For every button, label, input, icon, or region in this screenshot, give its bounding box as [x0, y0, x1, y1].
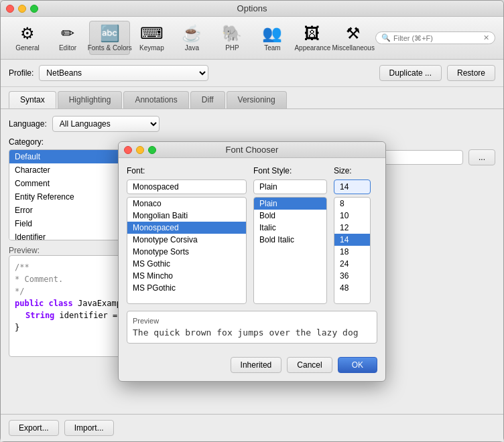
cancel-button[interactable]: Cancel [287, 357, 332, 373]
size-list: 8 10 12 14 18 24 36 48 [334, 197, 371, 304]
tab-highlighting[interactable]: Highlighting [58, 91, 123, 108]
import-button[interactable]: Import... [64, 420, 114, 436]
font-ms-mincho[interactable]: MS Mincho [127, 270, 246, 282]
profile-select[interactable]: NetBeans [39, 65, 208, 81]
team-icon: 👥 [262, 24, 282, 43]
style-column: Font Style: Plain Bold Italic Bold Itali… [253, 166, 327, 304]
font-column: Font: Monaco Mongolian Baiti Monospaced … [127, 166, 247, 304]
modal-preview-title: Preview [133, 317, 371, 325]
style-italic[interactable]: Italic [254, 222, 326, 234]
toolbar-php[interactable]: 🐘 PHP [213, 21, 251, 54]
export-button[interactable]: Export... [9, 420, 59, 436]
toolbar-search[interactable]: 🔍 ✕ [375, 31, 495, 44]
modal-overlay: Font Chooser Font: Monaco Mongolian Bait… [1, 109, 503, 414]
tab-syntax[interactable]: Syntax [9, 91, 56, 108]
font-mongolian-baiti[interactable]: Mongolian Baiti [127, 210, 246, 222]
duplicate-button[interactable]: Duplicate ... [379, 65, 442, 81]
font-monotype-sorts[interactable]: Monotype Sorts [127, 246, 246, 258]
font-monotype-corsiva[interactable]: Monotype Corsiva [127, 234, 246, 246]
size-12[interactable]: 12 [334, 222, 370, 234]
toolbar-keymap[interactable]: ⌨ Keymap [133, 21, 170, 54]
font-monospaced[interactable]: Monospaced [127, 222, 246, 234]
toolbar-miscellaneous[interactable]: ⚒ Miscellaneous [334, 21, 373, 54]
modal-close-button[interactable] [124, 146, 132, 154]
style-plain[interactable]: Plain [254, 198, 326, 210]
style-bold-italic[interactable]: Bold Italic [254, 234, 326, 246]
editor-icon: ✏ [61, 24, 74, 43]
modal-preview-section: Preview The quick brown fox jumps over t… [127, 311, 377, 344]
fonts-colors-icon: 🔤 [100, 24, 120, 43]
size-col-label: Size: [334, 166, 377, 175]
modal-min-button[interactable] [136, 146, 144, 154]
modal-preview-text: The quick brown fox jumps over the lazy … [133, 327, 371, 338]
tabs-row: Syntax Highlighting Annotations Diff Ver… [1, 87, 503, 108]
clear-search-icon[interactable]: ✕ [483, 33, 489, 42]
restore-button[interactable]: Restore [447, 65, 495, 81]
size-18[interactable]: 18 [334, 246, 370, 258]
style-list: Plain Bold Italic Bold Italic [253, 197, 327, 304]
window-controls [6, 5, 38, 13]
style-col-label: Font Style: [253, 166, 327, 175]
general-icon: ⚙ [20, 24, 35, 43]
inherited-button[interactable]: Inherited [231, 357, 282, 373]
font-ms-gothic[interactable]: MS Gothic [127, 258, 246, 270]
php-icon: 🐘 [222, 24, 242, 43]
tab-versioning[interactable]: Versioning [227, 91, 287, 108]
size-10[interactable]: 10 [334, 210, 370, 222]
bottom-bar: Export... Import... [1, 414, 503, 441]
toolbar-team[interactable]: 👥 Team [253, 21, 291, 54]
appearance-icon: 🖼 [304, 24, 320, 43]
font-col-label: Font: [127, 166, 247, 175]
window-title: Options [237, 3, 267, 13]
font-monaco[interactable]: Monaco [127, 198, 246, 210]
modal-window-controls [124, 146, 156, 154]
font-ms-pgothic[interactable]: MS PGothic [127, 282, 246, 294]
close-button[interactable] [6, 5, 14, 13]
modal-buttons: Inherited Cancel OK [119, 352, 385, 381]
size-14[interactable]: 14 [334, 234, 370, 246]
filter-input[interactable] [393, 34, 481, 42]
tab-annotations[interactable]: Annotations [123, 91, 188, 108]
size-24[interactable]: 24 [334, 258, 370, 270]
size-input[interactable] [334, 179, 371, 194]
ok-button[interactable]: OK [338, 357, 377, 373]
size-8[interactable]: 8 [334, 198, 370, 210]
toolbar-java[interactable]: ☕ Java [173, 21, 210, 54]
toolbar-appearance[interactable]: 🖼 Appearance [294, 21, 331, 54]
profile-label: Profile: [9, 68, 34, 78]
font-name-input[interactable] [127, 179, 247, 194]
main-content: Language: All Languages Category: Defaul… [1, 108, 503, 414]
size-48[interactable]: 48 [334, 282, 370, 294]
size-36[interactable]: 36 [334, 270, 370, 282]
maximize-button[interactable] [30, 5, 38, 13]
minimize-button[interactable] [18, 5, 26, 13]
modal-title: Font Chooser [226, 145, 279, 155]
misc-icon: ⚒ [346, 24, 361, 43]
titlebar: Options [1, 1, 503, 17]
toolbar: ⚙ General ✏ Editor 🔤 Fonts & Colors ⌨ Ke… [1, 17, 503, 60]
font-chooser-dialog: Font Chooser Font: Monaco Mongolian Bait… [118, 141, 386, 382]
tab-diff[interactable]: Diff [190, 91, 225, 108]
style-bold[interactable]: Bold [254, 210, 326, 222]
modal-max-button[interactable] [148, 146, 156, 154]
style-input[interactable] [253, 179, 327, 194]
java-icon: ☕ [182, 24, 202, 43]
modal-titlebar: Font Chooser [119, 142, 385, 158]
profile-bar: Profile: NetBeans Duplicate ... Restore [1, 60, 503, 87]
keymap-icon: ⌨ [140, 24, 164, 43]
options-window: Options ⚙ General ✏ Editor 🔤 Fonts & Col… [0, 0, 504, 442]
toolbar-fonts-colors[interactable]: 🔤 Fonts & Colors [89, 21, 130, 55]
toolbar-general[interactable]: ⚙ General [9, 21, 46, 54]
size-column: Size: 8 10 12 14 18 24 36 48 [334, 166, 377, 304]
font-list: Monaco Mongolian Baiti Monospaced Monoty… [127, 197, 247, 304]
modal-body: Font: Monaco Mongolian Baiti Monospaced … [119, 158, 385, 352]
toolbar-editor[interactable]: ✏ Editor [49, 21, 86, 54]
search-icon: 🔍 [381, 33, 391, 42]
